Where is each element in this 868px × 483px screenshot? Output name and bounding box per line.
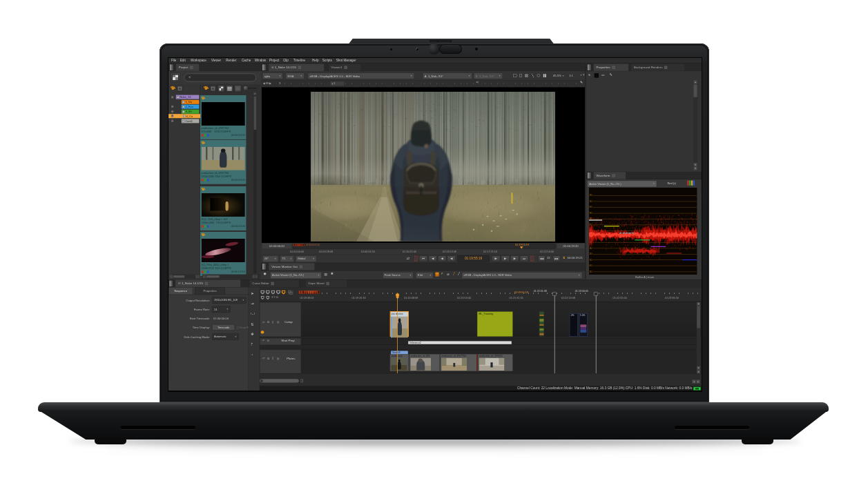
svg-text:20: 20 [590,253,592,255]
svg-text:20: 20 [590,194,592,197]
svg-text:00: 00 [590,206,592,208]
svg-text:90: 90 [590,212,592,215]
svg-text:30: 30 [590,247,592,250]
svg-text:10: 10 [590,270,592,273]
svg-text:00: 00 [590,264,592,267]
svg-text:10: 10 [590,259,592,262]
svg-text:10: 10 [590,200,592,203]
